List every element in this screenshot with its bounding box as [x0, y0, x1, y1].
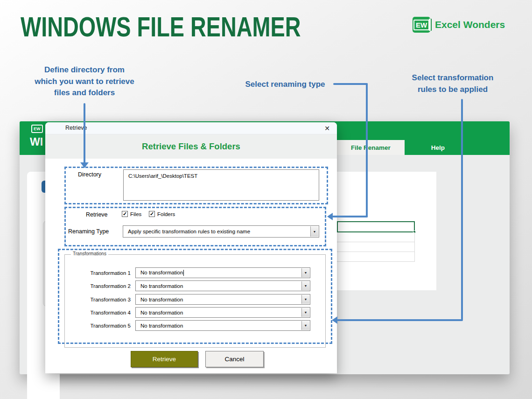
brand-name: Excel Wonders — [435, 19, 505, 30]
close-icon[interactable]: ✕ — [322, 124, 332, 133]
files-checkbox-label: Files — [130, 211, 141, 217]
page-title: WINDOWS FILE RENAMER — [21, 13, 301, 41]
files-checkbox-row: ✓ Files — [122, 211, 141, 217]
brand: EW Excel Wonders — [413, 17, 505, 33]
app-logo-icon: EW — [31, 125, 43, 133]
app-title-partial: WI — [30, 136, 43, 148]
selected-cell[interactable] — [337, 221, 415, 232]
transformation-5-label: Transformation 5 — [87, 323, 131, 329]
transformation-row: Transformation 4 No transformation ▼ — [87, 307, 310, 318]
transformation-5-value: No transformation — [140, 323, 183, 329]
files-checkbox[interactable]: ✓ — [122, 211, 128, 217]
logo-page-shape — [429, 19, 432, 31]
retrieve-dialog: Retrieve ✕ Retrieve Files & Folders Dire… — [45, 122, 337, 373]
annotation-directory: Define directory from which you want to … — [32, 64, 137, 99]
dialog-header: Retrieve Files & Folders — [45, 134, 337, 159]
renaming-type-label: Renaming Type — [68, 228, 109, 235]
transformation-4-dropdown[interactable]: No transformation ▼ — [135, 307, 310, 318]
transformation-1-value: No transformation — [140, 270, 184, 276]
dropdown-arrow-icon[interactable]: ▼ — [301, 321, 309, 330]
dialog-titlebar[interactable]: Retrieve ✕ — [45, 122, 337, 134]
transformation-1-dropdown[interactable]: No transformation ▼ — [135, 267, 310, 278]
grid-row — [337, 242, 415, 252]
dropdown-arrow-icon[interactable]: ▼ — [301, 295, 309, 304]
transformation-3-label: Transformation 3 — [87, 297, 131, 302]
transformation-1-text: No transformation — [140, 270, 183, 275]
transformation-4-label: Transformation 4 — [87, 310, 131, 315]
dropdown-arrow-icon[interactable]: ▼ — [301, 268, 309, 277]
arrow-line-renaming-2 — [366, 83, 368, 217]
cancel-button[interactable]: Cancel — [205, 351, 264, 367]
transformation-row: Transformation 3 No transformation ▼ — [87, 294, 310, 305]
retrieve-label: Retrieve — [86, 211, 108, 218]
folders-checkbox-label: Folders — [157, 211, 175, 217]
renaming-type-dropdown[interactable]: Apply specific transformation rules to e… — [123, 225, 319, 238]
arrowhead-transformations-icon — [332, 316, 337, 324]
arrow-line-renaming-1 — [333, 83, 368, 85]
transformations-group-label: Transformations — [71, 251, 108, 256]
excel-wonders-logo-icon: EW — [413, 17, 430, 33]
folders-checkbox[interactable]: ✓ — [149, 211, 155, 217]
transformation-row: Transformation 2 No transformation ▼ — [87, 280, 310, 291]
transformation-3-dropdown[interactable]: No transformation ▼ — [135, 294, 310, 305]
spreadsheet-area — [337, 172, 436, 290]
annotation-renaming-type: Select renaming type — [241, 79, 329, 91]
logo-letters: EW — [413, 20, 429, 30]
transformation-row: Transformation 5 No transformation ▼ — [87, 320, 310, 331]
directory-input[interactable]: C:\Users\arif_\Desktop\TEST — [123, 169, 319, 201]
transformation-2-dropdown[interactable]: No transformation ▼ — [135, 280, 310, 291]
grid-row — [337, 232, 415, 242]
arrowhead-renaming-icon — [327, 213, 333, 220]
transformation-1-label: Transformation 1 — [87, 270, 131, 276]
arrow-line-renaming-3 — [332, 216, 368, 217]
arrow-line-directory — [84, 103, 85, 163]
retrieve-button[interactable]: Retrieve — [131, 351, 198, 367]
transformation-4-value: No transformation — [140, 310, 183, 315]
transformation-5-dropdown[interactable]: No transformation ▼ — [135, 320, 310, 331]
grid-row — [337, 252, 415, 262]
arrow-line-transformations-1 — [461, 99, 463, 320]
tab-file-renamer[interactable]: File Renamer — [337, 140, 405, 155]
folders-checkbox-row: ✓ Folders — [149, 211, 175, 217]
annotation-transformations: Select transformation rules to be applie… — [405, 72, 500, 95]
dropdown-arrow-icon[interactable]: ▼ — [310, 226, 318, 237]
renaming-type-value: Apply specific transformation rules to e… — [128, 229, 250, 234]
transformation-row: Transformation 1 No transformation ▼ — [87, 267, 310, 278]
dropdown-arrow-icon[interactable]: ▼ — [301, 308, 309, 317]
transformation-2-label: Transformation 2 — [87, 283, 131, 289]
arrow-line-transformations-2 — [337, 319, 463, 321]
dialog-heading: Retrieve Files & Folders — [142, 141, 240, 152]
transformation-3-value: No transformation — [140, 297, 183, 302]
directory-label: Directory — [78, 171, 101, 178]
arrowhead-directory-icon — [80, 162, 89, 168]
text-cursor — [183, 270, 184, 276]
transformation-2-value: No transformation — [140, 283, 183, 289]
dropdown-arrow-icon[interactable]: ▼ — [301, 281, 309, 290]
